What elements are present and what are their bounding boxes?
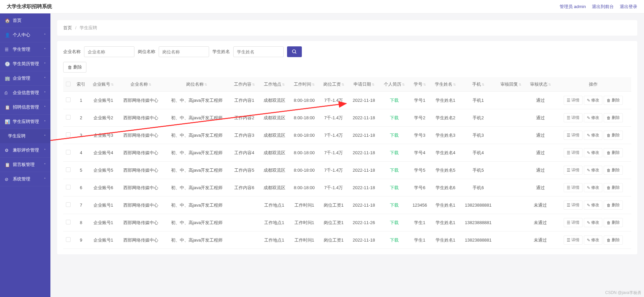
sidebar-item-0[interactable]: 🏠首页 bbox=[0, 13, 50, 28]
delete-button[interactable]: 🗑删除 bbox=[604, 166, 623, 175]
edit-icon: ✎ bbox=[587, 116, 590, 120]
search-input-2[interactable] bbox=[233, 46, 284, 57]
delete-button[interactable]: 🗑删除 bbox=[604, 96, 623, 105]
download-link[interactable]: 下载 bbox=[390, 115, 399, 120]
column-header-15[interactable]: 审核状态⇅ bbox=[526, 77, 555, 92]
search-input-0[interactable] bbox=[84, 46, 134, 57]
download-link[interactable]: 下载 bbox=[390, 133, 399, 138]
batch-delete-button[interactable]: 🗑 删除 bbox=[63, 62, 86, 73]
edit-button[interactable]: ✎修改 bbox=[584, 201, 602, 210]
cell bbox=[230, 214, 259, 231]
detail-button[interactable]: ☰详情 bbox=[564, 148, 582, 157]
sidebar-item-6[interactable]: 📋招聘信息管理˅ bbox=[0, 100, 50, 115]
column-header-13[interactable]: 手机⇅ bbox=[460, 77, 496, 92]
delete-button[interactable]: 🗑删除 bbox=[604, 236, 623, 245]
sidebar-item-7[interactable]: 📊学生应聘管理˄ bbox=[0, 115, 50, 129]
column-header-10[interactable]: 个人简历⇅ bbox=[379, 77, 409, 92]
sidebar-subitem-7-0[interactable]: 学生应聘˅ bbox=[0, 129, 50, 143]
delete-button[interactable]: 🗑删除 bbox=[604, 148, 623, 157]
download-link[interactable]: 下载 bbox=[390, 220, 399, 225]
file-icon: ☰ bbox=[567, 238, 570, 243]
search-button[interactable] bbox=[287, 46, 302, 57]
column-header-11[interactable]: 学号⇅ bbox=[409, 77, 431, 92]
row-checkbox[interactable] bbox=[66, 202, 71, 207]
row-checkbox[interactable] bbox=[66, 132, 71, 137]
row-checkbox[interactable] bbox=[66, 185, 71, 189]
sidebar-item-9[interactable]: 📋留言板管理˅ bbox=[0, 158, 50, 172]
row-checkbox[interactable] bbox=[66, 97, 71, 102]
delete-button[interactable]: 🗑删除 bbox=[604, 131, 623, 140]
detail-button[interactable]: ☰详情 bbox=[564, 201, 582, 210]
detail-button[interactable]: ☰详情 bbox=[564, 183, 582, 192]
edit-button[interactable]: ✎修改 bbox=[584, 236, 602, 245]
detail-button[interactable]: ☰详情 bbox=[564, 236, 582, 245]
column-header-12[interactable]: 学生姓名⇅ bbox=[431, 77, 460, 92]
sidebar-item-1[interactable]: 👤个人中心˅ bbox=[0, 28, 50, 42]
sidebar-item-4[interactable]: 🏢企业管理˅ bbox=[0, 71, 50, 86]
download-link[interactable]: 下载 bbox=[390, 98, 399, 103]
delete-label: 删除 bbox=[612, 132, 620, 138]
row-checkbox[interactable] bbox=[66, 237, 71, 242]
delete-button[interactable]: 🗑删除 bbox=[604, 201, 623, 210]
sidebar-item-8[interactable]: ⚙兼职评价管理˅ bbox=[0, 143, 50, 158]
column-header-8[interactable]: 岗位工资⇅ bbox=[319, 77, 348, 92]
detail-button[interactable]: ☰详情 bbox=[564, 131, 582, 140]
detail-label: 详情 bbox=[571, 115, 579, 121]
detail-button[interactable]: ☰详情 bbox=[564, 96, 582, 105]
column-header-16[interactable]: 操作 bbox=[555, 77, 631, 92]
detail-button[interactable]: ☰详情 bbox=[564, 166, 582, 175]
sidebar-item-10[interactable]: ⊘系统管理˅ bbox=[0, 172, 50, 186]
edit-button[interactable]: ✎修改 bbox=[584, 148, 602, 157]
download-link[interactable]: 下载 bbox=[390, 238, 399, 243]
edit-button[interactable]: ✎修改 bbox=[584, 183, 602, 192]
edit-button[interactable]: ✎修改 bbox=[584, 166, 602, 175]
column-header-7[interactable]: 工作时间⇅ bbox=[289, 77, 319, 92]
edit-label: 修改 bbox=[591, 115, 599, 121]
edit-button[interactable]: ✎修改 bbox=[584, 113, 602, 122]
edit-button[interactable]: ✎修改 bbox=[584, 131, 602, 140]
row-checkbox[interactable] bbox=[66, 220, 71, 224]
file-icon: ☰ bbox=[567, 133, 570, 138]
column-header-4[interactable]: 岗位名称⇅ bbox=[164, 77, 230, 92]
column-header-3[interactable]: 企业名称⇅ bbox=[118, 77, 164, 92]
download-link[interactable]: 下载 bbox=[390, 185, 399, 190]
row-checkbox[interactable] bbox=[66, 150, 71, 155]
edit-button[interactable]: ✎修改 bbox=[584, 218, 602, 227]
sidebar-item-5[interactable]: ⎙企业信息管理˅ bbox=[0, 86, 50, 100]
delete-label: 删除 bbox=[612, 237, 620, 243]
column-header-1[interactable]: 索引 bbox=[74, 77, 89, 92]
edit-button[interactable]: ✎修改 bbox=[584, 96, 602, 105]
trash-icon: 🗑 bbox=[607, 238, 611, 243]
breadcrumb-root[interactable]: 首页 bbox=[63, 25, 72, 30]
delete-button[interactable]: 🗑删除 bbox=[604, 183, 623, 192]
admin-label[interactable]: 管理员 admin bbox=[560, 4, 586, 10]
select-all-checkbox[interactable] bbox=[66, 82, 71, 86]
edit-icon: ✎ bbox=[587, 98, 590, 103]
row-checkbox[interactable] bbox=[66, 115, 71, 120]
detail-button[interactable]: ☰详情 bbox=[564, 218, 582, 227]
row-checkbox[interactable] bbox=[66, 167, 71, 172]
column-header-5[interactable]: 工作内容⇅ bbox=[230, 77, 259, 92]
sidebar-item-3[interactable]: 🕘学生简历管理˅ bbox=[0, 57, 50, 71]
search-input-1[interactable] bbox=[159, 46, 209, 57]
sidebar-item-label: 企业管理 bbox=[13, 75, 30, 81]
detail-button[interactable]: ☰详情 bbox=[564, 113, 582, 122]
download-link[interactable]: 下载 bbox=[390, 150, 399, 155]
exit-front-link[interactable]: 退出到前台 bbox=[592, 4, 614, 10]
logout-link[interactable]: 退出登录 bbox=[620, 4, 637, 10]
delete-button[interactable]: 🗑删除 bbox=[604, 113, 623, 122]
table-row: 4企业账号4西部网络传媒中心初、中、高java开发工程师工作内容4成都双流区8:… bbox=[63, 144, 631, 162]
clock-icon: 🕘 bbox=[5, 61, 10, 67]
building-icon: 🏢 bbox=[5, 76, 10, 81]
file-icon: ☰ bbox=[567, 185, 570, 190]
column-header-6[interactable]: 工作地点⇅ bbox=[259, 77, 290, 92]
column-header-2[interactable]: 企业账号⇅ bbox=[89, 77, 118, 92]
sidebar: 🏠首页👤个人中心˅☰学生管理˅🕘学生简历管理˅🏢企业管理˅⎙企业信息管理˅📋招聘… bbox=[0, 13, 50, 297]
download-link[interactable]: 下载 bbox=[390, 203, 399, 208]
cell: 企业账号1 bbox=[89, 92, 118, 109]
delete-button[interactable]: 🗑删除 bbox=[604, 218, 623, 227]
column-header-14[interactable]: 审核回复⇅ bbox=[496, 77, 526, 92]
download-link[interactable]: 下载 bbox=[390, 168, 399, 173]
column-header-9[interactable]: 申请日期⇅ bbox=[348, 77, 379, 92]
sidebar-item-2[interactable]: ☰学生管理˅ bbox=[0, 42, 50, 57]
